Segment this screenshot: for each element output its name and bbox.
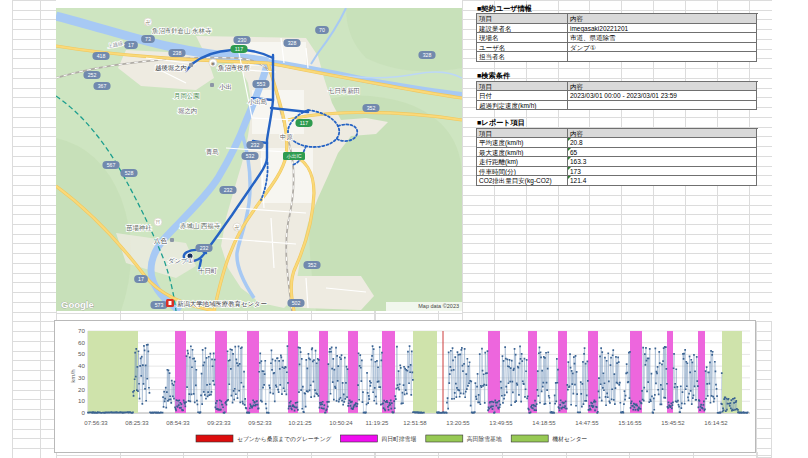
svg-text:117: 117 [300, 120, 308, 126]
sheet-gridlines-bottom [56, 452, 772, 458]
data-table-1: 項目内容日付2023/03/01 00:00 - 2023/03/01 23:5… [476, 81, 758, 111]
svg-text:573: 573 [155, 302, 164, 308]
svg-text:セブンから桑原までのグレーチング: セブンから桑原までのグレーチング [237, 435, 332, 443]
svg-text:魚沼市役所: 魚沼市役所 [218, 64, 251, 72]
cell-value: 65 [568, 148, 757, 158]
svg-text:252: 252 [88, 72, 97, 78]
svg-text:09:52:33: 09:52:33 [248, 420, 272, 426]
svg-text:09:23:33: 09:23:33 [207, 420, 231, 426]
sheet-gridlines-left [12, 0, 56, 458]
svg-text:73: 73 [145, 36, 151, 42]
svg-text:卍: 卍 [235, 224, 240, 231]
svg-text:367: 367 [98, 83, 107, 89]
svg-text:13:49:55: 13:49:55 [489, 420, 513, 426]
svg-text:20: 20 [78, 386, 85, 393]
cell-value: imegasaki20221201 [568, 24, 757, 34]
cell-label: 平均速度(km/h) [477, 138, 568, 148]
svg-text:ダンプ①: ダンプ① [168, 257, 194, 264]
cell-value [568, 52, 757, 62]
svg-text:10:50:24: 10:50:24 [329, 420, 353, 426]
svg-text:小出IC: 小出IC [287, 153, 302, 159]
svg-text:14:18:55: 14:18:55 [532, 420, 556, 426]
svg-text:328: 328 [423, 52, 432, 58]
svg-text:17: 17 [128, 42, 134, 48]
svg-text:12:51:58: 12:51:58 [403, 420, 427, 426]
data-table-2: 項目内容平均速度(km/h)20.8最大速度(km/h)65走行距離(km)16… [476, 128, 758, 186]
cell-label: ユーザ名 [477, 43, 568, 53]
svg-text:230: 230 [238, 37, 247, 43]
svg-text:越後堀之内: 越後堀之内 [155, 64, 187, 72]
svg-text:km/h: km/h [69, 369, 76, 383]
svg-text:八色: 八色 [154, 237, 167, 245]
section-title-2: ■レポート項目 [477, 118, 525, 128]
svg-text:15:45:52: 15:45:52 [661, 420, 685, 426]
route-map[interactable]: 卍◉⛩卍177341825236723823011770328328553352… [56, 8, 462, 311]
svg-text:小出島: 小出島 [248, 98, 267, 105]
cell-value: 内容 [568, 14, 757, 24]
svg-text:553: 553 [257, 81, 266, 87]
svg-text:赤城山 西福寺: 赤城山 西福寺 [180, 222, 221, 230]
svg-text:七日市新田: 七日市新田 [328, 87, 360, 95]
svg-text:堀之内: 堀之内 [177, 107, 197, 115]
svg-text:50: 50 [78, 350, 85, 357]
svg-text:08:54:33: 08:54:33 [166, 420, 190, 426]
cell-label: 現場名 [477, 33, 568, 43]
svg-text:502: 502 [292, 300, 301, 306]
cell-value: 2023/03/01 00:00 - 2023/03/01 23:59 [568, 91, 757, 101]
svg-text:⛩: ⛩ [156, 219, 161, 225]
svg-text:232: 232 [200, 245, 209, 251]
svg-text:小出: 小出 [219, 83, 232, 90]
svg-text:528: 528 [125, 170, 134, 176]
svg-text:Map data ©2023: Map data ©2023 [418, 303, 459, 309]
svg-text:新潟大学地域医療教育センター: 新潟大学地域医療教育センター [177, 300, 267, 308]
svg-text:青島: 青島 [206, 148, 219, 155]
svg-text:卍: 卍 [146, 19, 151, 26]
svg-text:567: 567 [107, 162, 116, 168]
cell-value: 内容 [568, 129, 757, 139]
svg-text:238: 238 [173, 50, 182, 56]
svg-text:13:20:55: 13:20:55 [446, 420, 470, 426]
svg-text:117: 117 [235, 46, 243, 52]
cell-label: 超過判定速度(km/h) [477, 101, 568, 111]
cell-label: 項目 [477, 14, 568, 24]
svg-text:Google: Google [61, 299, 94, 310]
cell-label: 停車時間(分) [477, 167, 568, 177]
spreadsheet-report-page: 卍◉⛩卍177341825236723823011770328328553352… [0, 0, 808, 458]
svg-text:機材センター: 機材センター [552, 436, 587, 443]
svg-text:魚沼市針倉山 永林寺: 魚沼市針倉山 永林寺 [152, 27, 212, 35]
cell-value: 20.8 [568, 138, 757, 148]
svg-text:532: 532 [246, 153, 255, 159]
svg-text:14:47:55: 14:47:55 [575, 420, 599, 426]
svg-text:四日町排雪場: 四日町排雪場 [381, 435, 416, 443]
svg-text:十日町: 十日町 [198, 267, 218, 275]
svg-text:232: 232 [224, 187, 233, 193]
svg-text:0: 0 [82, 409, 86, 416]
svg-text:月岡公園: 月岡公園 [174, 92, 200, 100]
svg-text:418: 418 [97, 53, 106, 59]
cell-value: 市道、県道除雪 [568, 33, 757, 43]
cell-value: 163.3 [568, 157, 757, 167]
svg-text:70: 70 [319, 27, 325, 33]
cell-label: 建設業者名 [477, 24, 568, 34]
speed-chart: 010203040506070km/h07:56:3308:25:3308:54… [55, 321, 755, 452]
sheet-gridlines-right-lower [756, 321, 772, 458]
cell-value: ダンプ① [568, 43, 757, 53]
svg-text:16:14:52: 16:14:52 [704, 420, 728, 426]
sheet-gridlines-map-gap [56, 311, 462, 321]
cell-value: 121.4 [568, 176, 757, 186]
svg-text:232: 232 [251, 142, 260, 148]
cell-label: 走行距離(km) [477, 157, 568, 167]
svg-text:08:25:33: 08:25:33 [125, 420, 149, 426]
svg-text:10: 10 [78, 397, 85, 404]
cell-label: 項目 [477, 82, 568, 92]
svg-text:中原: 中原 [280, 133, 293, 140]
cell-label: 最大速度(km/h) [477, 148, 568, 158]
svg-text:苗場神社: 苗場神社 [126, 224, 152, 232]
svg-text:70: 70 [78, 327, 85, 334]
cell-value: 内容 [568, 82, 757, 92]
svg-text:30: 30 [78, 374, 85, 381]
svg-text:40: 40 [78, 362, 85, 369]
cell-value: 173 [568, 167, 757, 177]
data-table-0: 項目内容建設業者名imegasaki20221201現場名市道、県道除雪ユーザ名… [476, 13, 758, 62]
svg-text:07:56:33: 07:56:33 [84, 420, 108, 426]
